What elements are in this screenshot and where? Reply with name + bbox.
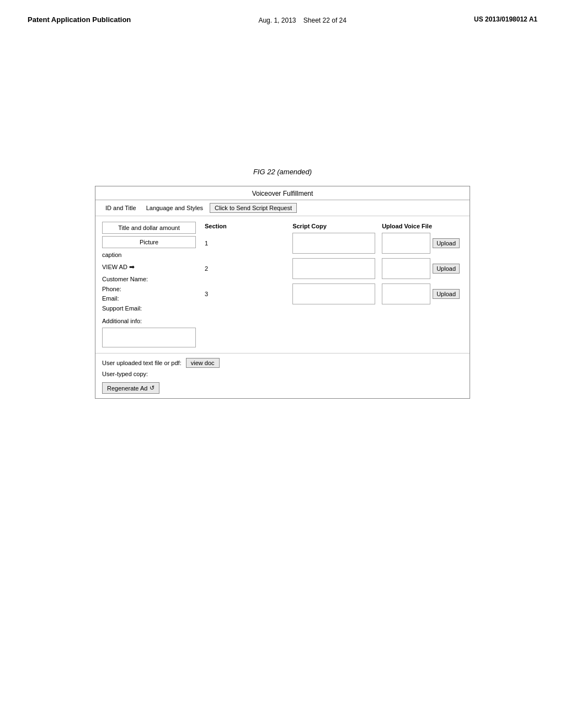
caption-text: caption: [102, 250, 196, 259]
picture-box: Picture: [102, 236, 196, 248]
header-patent-number: US 2013/0198012 A1: [474, 15, 537, 23]
bottom-bar: User uploaded text file or pdf: view doc…: [95, 353, 470, 398]
upload-button-3[interactable]: Upload: [433, 289, 460, 299]
view-ad-arrow-icon: ➡: [129, 263, 135, 271]
view-doc-button[interactable]: view doc: [186, 358, 220, 368]
view-ad-label[interactable]: VIEW AD: [102, 264, 127, 270]
additional-info-box[interactable]: [102, 328, 196, 347]
section-3: 3: [201, 281, 289, 307]
uploaded-file-row: User uploaded text file or pdf: view doc: [102, 358, 463, 368]
email-label: Email:: [102, 294, 196, 304]
title-dollar-amount-box: Title and dollar amount: [102, 222, 196, 234]
upload-area-3: Upload: [382, 283, 460, 304]
header-date: Aug. 1, 2013: [258, 17, 296, 24]
regen-row: Regenerate Ad ↺: [102, 382, 463, 394]
typed-copy-label: User-typed copy:: [102, 371, 148, 377]
upload-cell-1: Upload: [379, 231, 463, 256]
upload-area-1: Upload: [382, 233, 460, 254]
left-panel: Title and dollar amount Picture caption …: [102, 222, 196, 347]
main-content: Title and dollar amount Picture caption …: [95, 216, 470, 353]
upload-area-2: Upload: [382, 258, 460, 279]
col-upload-voice-header: Upload Voice File: [379, 222, 463, 231]
upload-input-box-2[interactable]: [382, 258, 430, 279]
regenerate-ad-button[interactable]: Regenerate Ad ↺: [102, 382, 159, 394]
script-copy-input-3[interactable]: [292, 283, 375, 304]
section-2: 2: [201, 256, 289, 281]
customer-info: Customer Name: Phone: Email: Support Ema…: [102, 275, 196, 313]
header-date-sheet: Aug. 1, 2013 Sheet 22 of 24: [258, 15, 346, 24]
page-header: Patent Application Publication Aug. 1, 2…: [0, 0, 565, 24]
upload-input-box-1[interactable]: [382, 233, 430, 254]
table-row: 1 Upload: [201, 231, 463, 256]
diagram-container: Voiceover Fulfillment ID and Title Langu…: [95, 186, 470, 399]
right-panel: Section Script Copy Upload Voice File 1: [201, 222, 463, 347]
header-sheet: Sheet 22 of 24: [303, 17, 347, 24]
view-ad-row: VIEW AD ➡: [102, 263, 196, 271]
upload-cell-3: Upload: [379, 281, 463, 307]
tab-id-title[interactable]: ID and Title: [102, 204, 140, 212]
tab-language-styles[interactable]: Language and Styles: [143, 204, 206, 212]
regenerate-ad-icon: ↺: [150, 384, 154, 392]
table-row: 2 Upload: [201, 256, 463, 281]
col-section-header: Section: [201, 222, 289, 231]
section-1: 1: [201, 231, 289, 256]
typed-copy-row: User-typed copy:: [102, 371, 463, 377]
script-table: Section Script Copy Upload Voice File 1: [201, 222, 463, 307]
upload-input-box-3[interactable]: [382, 283, 430, 304]
script-copy-input-2[interactable]: [292, 258, 375, 279]
upload-button-1[interactable]: Upload: [433, 238, 460, 248]
script-copy-cell-3: [289, 281, 379, 307]
script-copy-input-1[interactable]: [292, 233, 375, 254]
phone-label: Phone:: [102, 285, 196, 295]
header-publication-label: Patent Application Publication: [28, 15, 131, 24]
table-row: 3 Upload: [201, 281, 463, 307]
figure-caption: FIG 22 (amended): [0, 168, 565, 176]
additional-info-label: Additional info:: [102, 318, 196, 324]
upload-button-2[interactable]: Upload: [433, 264, 460, 274]
customer-name-label: Customer Name:: [102, 275, 196, 285]
script-copy-cell-1: [289, 231, 379, 256]
col-script-copy-header: Script Copy: [289, 222, 379, 231]
script-copy-cell-2: [289, 256, 379, 281]
tab-bar: ID and Title Language and Styles Click t…: [95, 200, 470, 216]
dialog-title: Voiceover Fulfillment: [95, 186, 470, 200]
tab-send-script-request[interactable]: Click to Send Script Request: [210, 203, 297, 213]
uploaded-label: User uploaded text file or pdf:: [102, 360, 182, 366]
support-email-label: Support Email:: [102, 304, 196, 314]
upload-cell-2: Upload: [379, 256, 463, 281]
regenerate-ad-label: Regenerate Ad: [107, 385, 147, 392]
